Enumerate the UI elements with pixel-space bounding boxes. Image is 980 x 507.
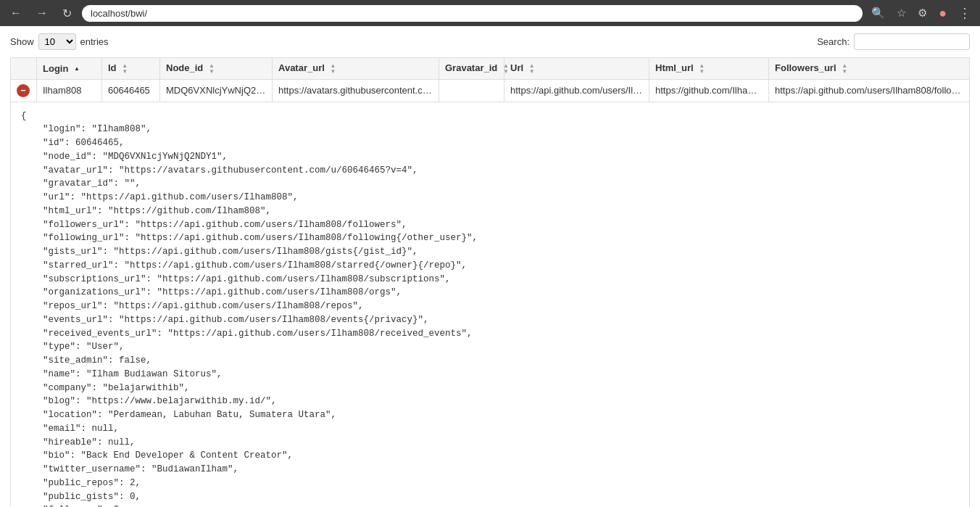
search-input[interactable] <box>854 33 970 50</box>
th-html-url[interactable]: Html_url ▲▼ <box>649 58 769 80</box>
sort-arrows-avatar-url: ▲▼ <box>330 63 336 75</box>
zoom-icon-btn[interactable]: 🔍 <box>868 5 888 21</box>
entries-select[interactable]: 10 25 50 100 <box>38 33 76 50</box>
entries-label: entries <box>80 36 109 47</box>
sort-arrows-url: ▲▼ <box>529 63 535 75</box>
extension-icon-btn[interactable]: ⚙ <box>915 5 930 21</box>
detail-json-cell: { "login": "Ilham808", "id": 60646465, "… <box>11 102 970 507</box>
search-label: Search: <box>817 36 850 47</box>
top-controls: Show 10 25 50 100 entries Search: <box>10 33 970 50</box>
data-table: Login ▲ Id ▲▼ Node_id ▲▼ Avatar_url ▲▼ G… <box>10 57 970 507</box>
table-header-row: Login ▲ Id ▲▼ Node_id ▲▼ Avatar_url ▲▼ G… <box>11 58 970 80</box>
browser-chrome: ← → ↻ 🔍 ☆ ⚙ ● ⋮ <box>0 0 980 26</box>
expand-button[interactable]: − <box>17 84 30 97</box>
refresh-button[interactable]: ↻ <box>58 5 76 22</box>
th-avatar-url[interactable]: Avatar_url ▲▼ <box>273 58 439 80</box>
browser-toolbar: 🔍 ☆ ⚙ ● ⋮ <box>868 4 974 22</box>
th-login[interactable]: Login ▲ <box>37 58 102 80</box>
th-followers-url[interactable]: Followers_url ▲▼ <box>769 58 970 80</box>
expand-cell: − <box>11 79 37 102</box>
cell-html-url: https://github.com/Ilham808 <box>649 79 769 102</box>
cell-login: Ilham808 <box>37 79 102 102</box>
cell-avatar-url: https://avatars.githubusercontent.com/u/… <box>273 79 439 102</box>
page-content: Show 10 25 50 100 entries Search: Login … <box>0 26 980 507</box>
th-url[interactable]: Url ▲▼ <box>504 58 649 80</box>
sort-arrows-login: ▲ <box>74 66 80 72</box>
cell-gravatar-id <box>439 79 504 102</box>
th-gravatar-id[interactable]: Gravatar_id ▲▼ <box>439 58 504 80</box>
profile-icon-btn[interactable]: ● <box>936 4 950 22</box>
th-expand <box>11 58 37 80</box>
sort-arrows-node-id: ▲▼ <box>209 63 215 75</box>
back-button[interactable]: ← <box>6 5 26 21</box>
show-entries-control: Show 10 25 50 100 entries <box>10 33 109 50</box>
detail-row: { "login": "Ilham808", "id": 60646465, "… <box>11 102 970 507</box>
cell-followers-url: https://api.github.com/users/Ilham808/fo… <box>769 79 970 102</box>
table-row: − Ilham808 60646465 MDQ6VXNlcjYwNjQ2NDY1… <box>11 79 970 102</box>
forward-button[interactable]: → <box>32 5 52 21</box>
th-id[interactable]: Id ▲▼ <box>102 58 160 80</box>
sort-arrows-html-url: ▲▼ <box>699 63 705 75</box>
cell-url: https://api.github.com/users/Ilham808 <box>504 79 649 102</box>
cell-id: 60646465 <box>102 79 160 102</box>
search-control: Search: <box>817 33 970 50</box>
menu-icon-btn[interactable]: ⋮ <box>955 4 974 22</box>
cell-node-id: MDQ6VXNlcjYwNjQ2NDY1 <box>160 79 273 102</box>
sort-arrows-id: ▲▼ <box>122 63 128 75</box>
sort-arrows-followers-url: ▲▼ <box>842 63 847 75</box>
star-icon-btn[interactable]: ☆ <box>894 5 909 21</box>
th-node-id[interactable]: Node_id ▲▼ <box>160 58 273 80</box>
show-label: Show <box>10 36 34 47</box>
url-bar[interactable] <box>82 5 863 22</box>
sort-arrows-gravatar-id: ▲▼ <box>503 63 509 75</box>
